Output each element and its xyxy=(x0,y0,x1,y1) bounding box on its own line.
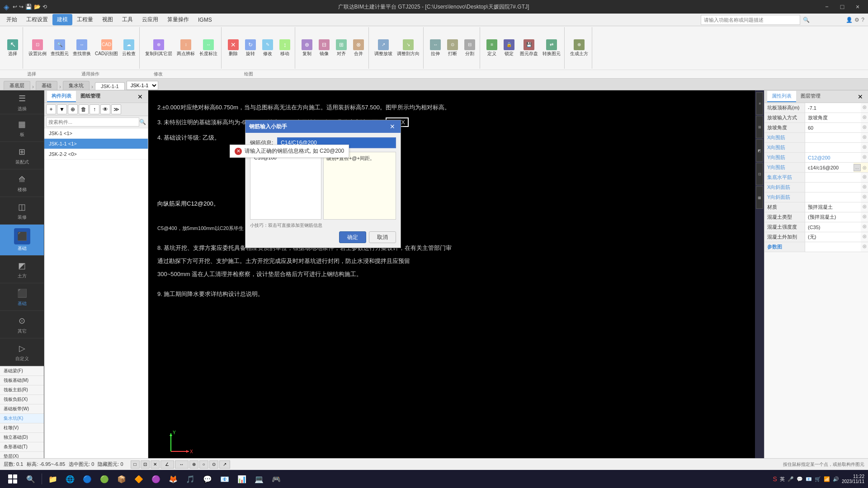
nav-foundation[interactable]: ⬛ 基础 xyxy=(0,225,44,256)
close-component-panel-btn[interactable]: ✕ xyxy=(135,92,145,102)
nav-sub-raft[interactable]: 筏板基础(M) xyxy=(0,376,44,385)
tab-base-layer[interactable]: 基底层 xyxy=(4,81,30,90)
menu-tools[interactable]: 工具 xyxy=(118,14,137,25)
find-element-btn[interactable]: 🔍 查找图元 xyxy=(49,38,71,58)
taskbar-app6-btn[interactable]: 💬 xyxy=(199,471,216,487)
status-btn-5[interactable]: ○ xyxy=(199,460,208,469)
nav-slab[interactable]: ▦ 板 xyxy=(0,114,44,142)
view-btn[interactable]: 👁 xyxy=(100,104,110,114)
length-mark-btn[interactable]: ↔ 长度标注 xyxy=(198,38,219,58)
component-jsk22[interactable]: JSK-2-2 <0> xyxy=(44,149,148,160)
two-point-mark-btn[interactable]: ↕ 两点辨标 xyxy=(175,38,197,58)
copy-to-layer-btn[interactable]: ⊕ 复制到其它层 xyxy=(143,38,174,58)
split-btn[interactable]: ⊟ 分割 xyxy=(462,38,478,58)
minimize-button[interactable]: － xyxy=(820,2,834,11)
prop-icon-bottom-rebar[interactable]: ◎ xyxy=(861,173,868,180)
tab-component-list[interactable]: 构件列表 xyxy=(47,91,76,102)
delete-btn[interactable]: ✕ 删除 xyxy=(225,38,241,58)
nav-sub-raft-rebar[interactable]: 筏板主筋(R) xyxy=(0,385,44,395)
prop-icon-elevation[interactable]: ◎ xyxy=(861,103,868,110)
prop-icon-y-rebar1[interactable]: ◎ xyxy=(861,153,868,160)
nav-sub-foundation-strip[interactable]: 基础板带(W) xyxy=(0,404,44,414)
prop-icon-y-rebar2[interactable]: ◎ xyxy=(861,164,868,171)
nav-sub-strip[interactable]: 条形基础(T) xyxy=(0,442,44,452)
status-btn-dist[interactable]: ↔ xyxy=(175,460,189,469)
prop-icon-x-rebar2[interactable]: ◎ xyxy=(861,143,868,150)
maximize-button[interactable]: □ xyxy=(835,2,849,11)
close-properties-btn[interactable]: ✕ xyxy=(855,92,865,102)
taskbar-app2-btn[interactable]: 🔶 xyxy=(131,471,147,487)
status-btn-3[interactable]: ✕ xyxy=(151,460,160,469)
add-component-btn[interactable]: + xyxy=(46,104,56,114)
menu-model[interactable]: 建模 xyxy=(52,14,72,25)
status-btn-2[interactable]: ⊡ xyxy=(141,460,150,469)
menu-quantities[interactable]: 工程量 xyxy=(72,14,98,25)
rebar-confirm-btn[interactable]: 确定 xyxy=(339,231,366,243)
menu-start[interactable]: 开始 xyxy=(2,14,22,25)
nav-sub-sump[interactable]: 集水坑(K) xyxy=(0,414,44,423)
component-jsk1[interactable]: JSK-1 <1> xyxy=(44,128,148,139)
taskbar-lang-btn[interactable]: 英 xyxy=(780,476,785,483)
tab-drawing-mgmt[interactable]: 图纸管理 xyxy=(76,91,105,102)
stretch-btn[interactable]: ↔ 拉伸 xyxy=(427,38,443,58)
nav-precast[interactable]: ⊞ 装配式 xyxy=(0,142,44,169)
tab-layer-mgmt[interactable]: 图层管理 xyxy=(796,91,825,102)
nav-stairs[interactable]: ⟰ 楼梯 xyxy=(0,169,44,197)
canvas-tool-5[interactable]: ▦ xyxy=(756,186,763,209)
align-btn[interactable]: ⊞ 对齐 xyxy=(333,38,349,58)
adjust-slope-btn[interactable]: ↗ 调整放坡 xyxy=(373,38,394,58)
taskbar-edge-btn[interactable]: 🔵 xyxy=(79,471,95,487)
taskbar-search-btn[interactable]: 🔍 xyxy=(23,471,39,487)
taskbar-file-btn[interactable]: 📁 xyxy=(45,471,61,487)
prop-icon-slope-input[interactable]: ◎ xyxy=(861,113,868,120)
adjust-slope-dir-btn[interactable]: ↘ 调整剖方向 xyxy=(395,38,421,58)
prop-icon-admixture[interactable]: ◎ xyxy=(861,232,868,239)
canvas-tool-4[interactable]: ⊡ xyxy=(756,163,763,185)
convert-element-btn[interactable]: ⇄ 转换图元 xyxy=(541,38,562,58)
nav-decoration[interactable]: ◫ 装修 xyxy=(0,197,44,225)
component-jsk11[interactable]: JSK-1-1 <1> xyxy=(44,139,148,149)
nav-earthwork[interactable]: ◩ 土方 xyxy=(0,256,44,283)
move-up-btn[interactable]: ↑ xyxy=(90,104,99,114)
status-btn-1[interactable]: □ xyxy=(131,460,140,469)
canvas-tool-2[interactable]: ⊞ xyxy=(756,116,763,138)
menu-view[interactable]: 视图 xyxy=(98,14,118,25)
nav-foundation2[interactable]: ⬛ 基础 xyxy=(0,283,44,311)
nav-custom[interactable]: ▷ 自定义 xyxy=(0,338,44,366)
status-btn-7[interactable]: ↗ xyxy=(219,460,230,469)
taskbar-app10-btn[interactable]: 🎮 xyxy=(268,471,284,487)
cloud-check-btn[interactable]: ☁ 云检查 xyxy=(120,38,137,58)
taskbar-store-btn[interactable]: 🟢 xyxy=(96,471,113,487)
nav-sub-isolated[interactable]: 独立基础(D) xyxy=(0,433,44,442)
mirror-btn[interactable]: ⊟ 镜像 xyxy=(316,38,332,58)
canvas-tool-1[interactable]: ≡ xyxy=(756,92,763,115)
menu-cloud[interactable]: 云应用 xyxy=(137,14,163,25)
component-search-input[interactable] xyxy=(46,117,139,127)
taskbar-app8-btn[interactable]: 📊 xyxy=(234,471,250,487)
set-scale-btn[interactable]: ⊡ 设置比例 xyxy=(27,38,48,58)
taskbar-app7-btn[interactable]: 📧 xyxy=(217,471,233,487)
cad-identify-btn[interactable]: CAD CAD识别图 xyxy=(93,38,120,58)
close-button[interactable]: × xyxy=(851,2,864,11)
edit-btn[interactable]: ✎ 修改 xyxy=(259,38,276,58)
prop-icon-concrete-grade[interactable]: ◎ xyxy=(861,222,868,230)
canvas-tool-3[interactable]: ◩ xyxy=(756,139,763,162)
prop-icon-x-slope-rebar[interactable]: ◎ xyxy=(861,183,868,190)
nav-other[interactable]: ⊙ 其它 xyxy=(0,311,44,338)
function-search-input[interactable] xyxy=(701,15,800,25)
rebar-cancel-btn[interactable]: 取消 xyxy=(369,231,396,243)
rotate-btn[interactable]: ↻ 旋转 xyxy=(242,38,259,58)
menu-project-settings[interactable]: 工程设置 xyxy=(22,14,52,25)
status-btn-6[interactable]: ⊙ xyxy=(209,460,218,469)
cursor-tool-btn[interactable]: ↖ 选择 xyxy=(5,38,21,58)
taskbar-app5-btn[interactable]: 🎵 xyxy=(182,471,198,487)
taskbar-app9-btn[interactable]: 💻 xyxy=(251,471,267,487)
status-btn-snap[interactable]: ⊕ xyxy=(189,460,198,469)
prop-icon-material[interactable]: ◎ xyxy=(861,202,868,210)
menu-igms[interactable]: IGMS xyxy=(193,15,217,25)
hit-btn[interactable]: ⊙ 打断 xyxy=(444,38,461,58)
taskbar-app4-btn[interactable]: 🦊 xyxy=(165,471,181,487)
prop-icon-concrete-type[interactable]: ◎ xyxy=(861,212,868,220)
tab-properties[interactable]: 属性列表 xyxy=(767,91,796,102)
lock-btn[interactable]: 🔒 锁定 xyxy=(501,38,517,58)
